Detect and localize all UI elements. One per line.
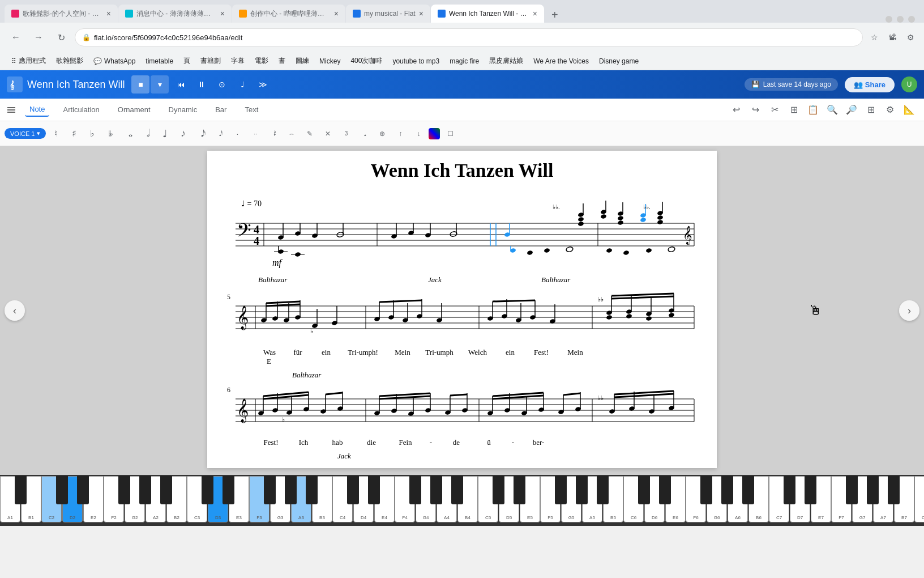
user-avatar[interactable]: U bbox=[901, 76, 917, 92]
black-key-G#6[interactable] bbox=[721, 476, 733, 504]
dropdown-button[interactable]: ▾ bbox=[151, 75, 169, 94]
stem-down-button[interactable]: ↓ bbox=[410, 126, 426, 142]
loop-button[interactable]: ⊙ bbox=[214, 76, 230, 92]
sidebar-toggle-icon[interactable] bbox=[7, 106, 16, 114]
rest-tool[interactable]: 𝄽 bbox=[266, 126, 281, 142]
tab-articulation[interactable]: Articulation bbox=[58, 103, 104, 116]
double-flat-tool[interactable]: 𝄫 bbox=[102, 126, 118, 142]
black-key-G#3[interactable] bbox=[285, 476, 297, 504]
half-note-tool[interactable]: 𝅗𝅥 bbox=[139, 126, 155, 142]
natural-tool[interactable]: ♮ bbox=[48, 126, 64, 142]
paste-button[interactable]: 📋 bbox=[805, 102, 821, 118]
bookmark-zimu[interactable]: 字幕 bbox=[226, 55, 249, 67]
bookmark-heipi[interactable]: 黑皮膚姑娘 bbox=[485, 55, 528, 67]
black-key-D#4[interactable] bbox=[368, 476, 380, 504]
screen-cast-icon[interactable]: 📽 bbox=[886, 31, 899, 44]
tab-text[interactable]: Text bbox=[240, 103, 263, 116]
black-key-A#1[interactable] bbox=[15, 476, 27, 504]
black-key-A#7[interactable] bbox=[888, 476, 900, 504]
white-key-C8[interactable]: C8 bbox=[914, 476, 924, 522]
bookmark-voices[interactable]: We Are the Voices bbox=[529, 56, 593, 66]
tuplet-button[interactable]: 3 bbox=[338, 126, 354, 142]
black-key-F#2[interactable] bbox=[118, 476, 130, 504]
speed-button[interactable]: ≫ bbox=[255, 76, 271, 92]
copy-button[interactable]: ⊞ bbox=[786, 102, 802, 118]
bookmark-tulian[interactable]: 圖練 bbox=[291, 55, 314, 67]
settings-icon[interactable]: ⚙ bbox=[882, 102, 898, 118]
piano-keyboard[interactable]: A1B1C2D2E2F2G2A2B2C3D3E3F3G3A3B3C4D4E4F4… bbox=[0, 475, 924, 526]
bookmark-shujuhua[interactable]: 書籍劃 bbox=[196, 55, 225, 67]
address-bar[interactable]: 🔒 flat.io/score/5f60997c4c0c52196e94b6aa… bbox=[75, 28, 863, 46]
bookmark-whatsapp[interactable]: 💬 WhatsApp bbox=[89, 56, 140, 66]
tab-close-2[interactable]: × bbox=[220, 9, 225, 18]
delete-note-button[interactable]: ✕ bbox=[320, 126, 336, 142]
dot-tool[interactable]: · bbox=[229, 126, 245, 142]
zoom-out-button[interactable]: 🔎 bbox=[844, 102, 859, 118]
browser-tab-4[interactable]: my musical - Flat × bbox=[346, 5, 430, 23]
black-key-D#5[interactable] bbox=[514, 476, 525, 504]
rewind-button[interactable]: ⏮ bbox=[173, 76, 189, 92]
black-key-A#6[interactable] bbox=[742, 476, 754, 504]
black-key-F#4[interactable] bbox=[409, 476, 421, 504]
display-options-icon[interactable]: 📐 bbox=[901, 102, 917, 118]
browser-tab-1[interactable]: 歌雜髭影-的个人空间 - 哔哩哔... × bbox=[5, 5, 118, 23]
share-button[interactable]: 👥 Share bbox=[845, 77, 895, 92]
bookmark-coffee[interactable]: 400次咖啡 bbox=[346, 55, 387, 67]
tab-close-4[interactable]: × bbox=[419, 9, 424, 18]
quarter-note-tool[interactable]: ♩ bbox=[157, 126, 173, 142]
black-key-C#2[interactable] bbox=[56, 476, 68, 504]
flat-tool[interactable]: ♭ bbox=[84, 126, 100, 142]
bookmark-mickey[interactable]: Mickey bbox=[315, 56, 345, 66]
maximize-button[interactable] bbox=[897, 16, 904, 23]
browser-tab-3[interactable]: 创作中心 - 哔哩哔哩薄薄薄薄视... × bbox=[232, 5, 345, 23]
black-key-D#3[interactable] bbox=[223, 476, 234, 504]
settings-icon[interactable]: ⚙ bbox=[904, 31, 917, 44]
tab-bar[interactable]: Bar bbox=[211, 103, 231, 116]
voice-selector[interactable]: VOICE 1 ▾ bbox=[5, 128, 46, 139]
metronome-button[interactable]: ♩ bbox=[234, 76, 250, 92]
black-key-G#7[interactable] bbox=[867, 476, 879, 504]
black-key-C#4[interactable] bbox=[347, 476, 359, 504]
black-key-F#5[interactable] bbox=[555, 476, 567, 504]
more-options-button[interactable]: ☐ bbox=[442, 126, 458, 142]
bookmark-fire[interactable]: magic fire bbox=[445, 56, 484, 66]
browser-tab-5[interactable]: Wenn Ich Tanzen Will - Flat × bbox=[431, 5, 544, 23]
back-button[interactable]: ← bbox=[7, 28, 25, 46]
black-key-G#5[interactable] bbox=[576, 476, 588, 504]
play-pause-button[interactable]: ⏸ bbox=[194, 76, 209, 92]
tab-close-1[interactable]: × bbox=[106, 9, 111, 18]
redo-button[interactable]: ↪ bbox=[747, 102, 763, 118]
bookmark-shu[interactable]: 書 bbox=[274, 55, 290, 67]
cut-button[interactable]: ✂ bbox=[767, 102, 782, 118]
bookmark-page[interactable]: 頁 bbox=[179, 55, 195, 67]
tab-close-3[interactable]: × bbox=[334, 9, 339, 18]
grid-view-button[interactable]: ⊞ bbox=[863, 102, 879, 118]
bookmark-dianying[interactable]: 電影 bbox=[250, 55, 273, 67]
black-key-C#6[interactable] bbox=[638, 476, 650, 504]
black-key-A#3[interactable] bbox=[306, 476, 318, 504]
undo-button[interactable]: ↩ bbox=[728, 102, 744, 118]
close-window-button[interactable] bbox=[908, 16, 915, 23]
black-key-A#2[interactable] bbox=[160, 476, 172, 504]
black-key-G#4[interactable] bbox=[430, 476, 442, 504]
black-key-D#6[interactable] bbox=[659, 476, 671, 504]
thirtysecond-note-tool[interactable]: 𝅘𝅥𝅰 bbox=[211, 126, 227, 142]
chord-button[interactable]: ⊕ bbox=[374, 126, 390, 142]
whole-note-tool[interactable]: 𝅝 bbox=[121, 126, 136, 142]
tab-close-5[interactable]: × bbox=[533, 9, 537, 18]
scroll-right-button[interactable]: › bbox=[899, 300, 919, 321]
tab-ornament[interactable]: Ornament bbox=[113, 103, 155, 116]
stem-up-button[interactable]: ↑ bbox=[392, 126, 408, 142]
double-dot-tool[interactable]: ·· bbox=[247, 126, 263, 142]
black-key-F#6[interactable] bbox=[700, 476, 712, 504]
sixteenth-note-tool[interactable]: 𝅘𝅥𝅯 bbox=[193, 126, 209, 142]
save-status-badge[interactable]: 💾 Last save 14 days ago bbox=[745, 78, 838, 91]
stop-button[interactable]: ■ bbox=[131, 75, 149, 94]
zoom-in-button[interactable]: 🔍 bbox=[824, 102, 840, 118]
reload-button[interactable]: ↻ bbox=[52, 28, 70, 46]
black-key-F#3[interactable] bbox=[264, 476, 276, 504]
new-tab-button[interactable]: + bbox=[547, 7, 563, 23]
black-key-A#4[interactable] bbox=[451, 476, 463, 504]
browser-tab-2[interactable]: 消息中心 - 薄薄薄薄薄薄薄薄视频派... × bbox=[118, 5, 232, 23]
score-container[interactable]: Wenn Ich Tanzen Will ♩ = 70 𝄢 4 4 bbox=[207, 151, 717, 468]
